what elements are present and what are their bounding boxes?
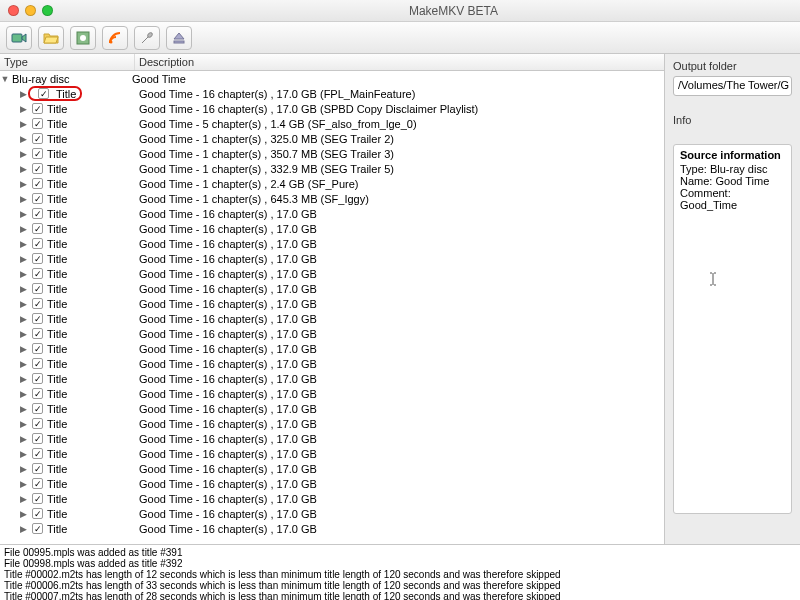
- stream-button[interactable]: [102, 26, 128, 50]
- title-row[interactable]: ▶✓TitleGood Time - 5 chapter(s) , 1.4 GB…: [0, 116, 664, 131]
- title-type-label[interactable]: Title: [47, 133, 107, 145]
- title-type-label[interactable]: Title: [47, 418, 107, 430]
- title-type-label[interactable]: Title: [47, 358, 107, 370]
- title-description[interactable]: Good Time - 1 chapter(s) , 350.7 MB (SEG…: [135, 148, 394, 160]
- disclosure-triangle-icon[interactable]: ▶: [18, 209, 28, 219]
- disclosure-triangle-icon[interactable]: ▶: [18, 239, 28, 249]
- title-description[interactable]: Good Time - 16 chapter(s) , 17.0 GB: [135, 208, 317, 220]
- log-panel[interactable]: File 00995.mpls was added as title #391F…: [0, 544, 800, 600]
- title-description[interactable]: Good Time - 16 chapter(s) , 17.0 GB: [135, 328, 317, 340]
- title-type-label[interactable]: Title: [47, 103, 107, 115]
- disclosure-triangle-icon[interactable]: ▶: [18, 419, 28, 429]
- title-type-label[interactable]: Title: [47, 403, 107, 415]
- disclosure-triangle-icon[interactable]: ▶: [18, 404, 28, 414]
- disclosure-triangle-icon[interactable]: ▶: [18, 254, 28, 264]
- disclosure-triangle-icon[interactable]: ▶: [18, 164, 28, 174]
- title-row[interactable]: ▶✓TitleGood Time - 16 chapter(s) , 17.0 …: [0, 521, 664, 536]
- title-type-label[interactable]: Title: [47, 298, 107, 310]
- title-checkbox[interactable]: ✓: [32, 373, 43, 384]
- title-tree[interactable]: ▼Blu-ray discGood Time▶✓ TitleGood Time …: [0, 71, 664, 544]
- title-row[interactable]: ▶✓TitleGood Time - 16 chapter(s) , 17.0 …: [0, 386, 664, 401]
- disclosure-triangle-icon[interactable]: ▶: [18, 284, 28, 294]
- title-description[interactable]: Good Time - 16 chapter(s) , 17.0 GB: [135, 223, 317, 235]
- title-description[interactable]: Good Time - 1 chapter(s) , 325.0 MB (SEG…: [135, 133, 394, 145]
- title-checkbox[interactable]: ✓: [32, 493, 43, 504]
- disclosure-triangle-icon[interactable]: ▶: [18, 479, 28, 489]
- title-checkbox[interactable]: ✓: [32, 283, 43, 294]
- disclosure-triangle-icon[interactable]: ▶: [18, 89, 28, 99]
- title-checkbox[interactable]: ✓: [32, 418, 43, 429]
- title-checkbox[interactable]: ✓: [32, 403, 43, 414]
- disclosure-triangle-icon[interactable]: ▶: [18, 359, 28, 369]
- title-checkbox[interactable]: ✓: [32, 463, 43, 474]
- title-checkbox[interactable]: ✓: [32, 328, 43, 339]
- root-desc[interactable]: Good Time: [128, 73, 186, 85]
- disclosure-triangle-icon[interactable]: ▶: [18, 224, 28, 234]
- title-checkbox[interactable]: ✓: [32, 448, 43, 459]
- disclosure-triangle-icon[interactable]: ▶: [18, 149, 28, 159]
- title-checkbox[interactable]: ✓: [32, 163, 43, 174]
- title-description[interactable]: Good Time - 16 chapter(s) , 17.0 GB: [135, 238, 317, 250]
- title-type-label[interactable]: Title: [47, 328, 107, 340]
- open-file-button[interactable]: [38, 26, 64, 50]
- disclosure-triangle-icon[interactable]: ▶: [18, 299, 28, 309]
- title-description[interactable]: Good Time - 16 chapter(s) , 17.0 GB: [135, 343, 317, 355]
- title-row[interactable]: ▶✓TitleGood Time - 16 chapter(s) , 17.0 …: [0, 506, 664, 521]
- title-checkbox[interactable]: ✓: [32, 268, 43, 279]
- disclosure-triangle-icon[interactable]: ▶: [18, 104, 28, 114]
- title-description[interactable]: Good Time - 16 chapter(s) , 17.0 GB: [135, 493, 317, 505]
- minimize-window-button[interactable]: [25, 5, 36, 16]
- title-row[interactable]: ▶✓TitleGood Time - 16 chapter(s) , 17.0 …: [0, 101, 664, 116]
- title-row[interactable]: ▶✓TitleGood Time - 16 chapter(s) , 17.0 …: [0, 356, 664, 371]
- title-row[interactable]: ▶✓TitleGood Time - 16 chapter(s) , 17.0 …: [0, 281, 664, 296]
- output-folder-field[interactable]: /Volumes/The Tower/G: [673, 76, 792, 96]
- title-row[interactable]: ▶✓TitleGood Time - 16 chapter(s) , 17.0 …: [0, 401, 664, 416]
- disclosure-triangle-icon[interactable]: ▶: [18, 464, 28, 474]
- disclosure-triangle-icon[interactable]: ▼: [0, 74, 10, 84]
- title-description[interactable]: Good Time - 16 chapter(s) , 17.0 GB: [135, 463, 317, 475]
- disclosure-triangle-icon[interactable]: ▶: [18, 329, 28, 339]
- title-type-label[interactable]: Title: [47, 148, 107, 160]
- title-row[interactable]: ▶✓TitleGood Time - 16 chapter(s) , 17.0 …: [0, 311, 664, 326]
- title-row[interactable]: ▶✓TitleGood Time - 1 chapter(s) , 350.7 …: [0, 146, 664, 161]
- title-checkbox[interactable]: ✓: [32, 208, 43, 219]
- disclosure-triangle-icon[interactable]: ▶: [18, 344, 28, 354]
- title-description[interactable]: Good Time - 16 chapter(s) , 17.0 GB: [135, 388, 317, 400]
- disclosure-triangle-icon[interactable]: ▶: [18, 389, 28, 399]
- title-row[interactable]: ▶✓TitleGood Time - 16 chapter(s) , 17.0 …: [0, 491, 664, 506]
- title-checkbox[interactable]: ✓: [32, 343, 43, 354]
- disclosure-triangle-icon[interactable]: ▶: [18, 134, 28, 144]
- disclosure-triangle-icon[interactable]: ▶: [18, 524, 28, 534]
- disclosure-triangle-icon[interactable]: ▶: [18, 494, 28, 504]
- title-checkbox[interactable]: ✓: [32, 313, 43, 324]
- title-checkbox[interactable]: ✓: [32, 433, 43, 444]
- title-type-label[interactable]: Title: [47, 463, 107, 475]
- column-type[interactable]: Type: [0, 54, 135, 70]
- title-description[interactable]: Good Time - 1 chapter(s) , 2.4 GB (SF_Pu…: [135, 178, 358, 190]
- title-type-label[interactable]: Title: [47, 478, 107, 490]
- disclosure-triangle-icon[interactable]: ▶: [18, 449, 28, 459]
- title-description[interactable]: Good Time - 16 chapter(s) , 17.0 GB: [135, 298, 317, 310]
- title-row[interactable]: ▶✓TitleGood Time - 16 chapter(s) , 17.0 …: [0, 326, 664, 341]
- title-row[interactable]: ▶✓TitleGood Time - 16 chapter(s) , 17.0 …: [0, 371, 664, 386]
- title-checkbox[interactable]: ✓: [32, 388, 43, 399]
- title-type-label[interactable]: Title: [47, 178, 107, 190]
- title-type-label[interactable]: Title: [47, 493, 107, 505]
- title-checkbox[interactable]: ✓: [32, 148, 43, 159]
- title-checkbox[interactable]: ✓: [32, 103, 43, 114]
- title-checkbox[interactable]: ✓: [32, 133, 43, 144]
- title-type-label[interactable]: Title: [47, 373, 107, 385]
- disclosure-triangle-icon[interactable]: ▶: [18, 179, 28, 189]
- title-description[interactable]: Good Time - 16 chapter(s) , 17.0 GB: [135, 433, 317, 445]
- title-checkbox[interactable]: ✓: [38, 88, 49, 99]
- title-checkbox[interactable]: ✓: [32, 253, 43, 264]
- settings-button[interactable]: [134, 26, 160, 50]
- title-row[interactable]: ▶✓TitleGood Time - 16 chapter(s) , 17.0 …: [0, 461, 664, 476]
- title-description[interactable]: Good Time - 16 chapter(s) , 17.0 GB: [135, 253, 317, 265]
- title-description[interactable]: Good Time - 16 chapter(s) , 17.0 GB: [135, 418, 317, 430]
- disclosure-triangle-icon[interactable]: ▶: [18, 314, 28, 324]
- title-type-label[interactable]: Title: [47, 433, 107, 445]
- title-type-label[interactable]: Title: [47, 163, 107, 175]
- root-type[interactable]: Blu-ray disc: [10, 73, 128, 85]
- title-row[interactable]: ▶✓TitleGood Time - 16 chapter(s) , 17.0 …: [0, 296, 664, 311]
